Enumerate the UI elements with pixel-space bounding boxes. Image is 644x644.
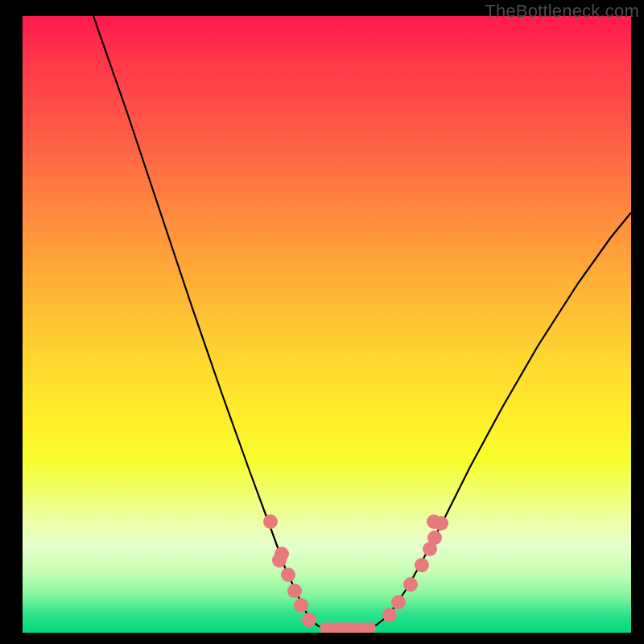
curve-markers [263,514,448,633]
curve-marker [287,584,302,598]
curve-marker [281,568,295,582]
chart-frame: TheBottleneck.com [0,0,644,644]
curve-marker [272,553,287,568]
chart-svg [23,16,631,633]
curve-marker [382,608,397,622]
curve-marker [294,598,308,613]
plot-area [23,16,631,633]
curve-marker [263,514,278,529]
curve-marker [403,577,418,592]
curve-marker [391,595,406,609]
curve-marker [415,558,429,572]
watermark-text: TheBottleneck.com [485,1,639,22]
bottleneck-curve [93,16,631,628]
curve-marker [427,530,442,545]
curve-marker [427,514,441,529]
curve-marker [302,613,316,627]
